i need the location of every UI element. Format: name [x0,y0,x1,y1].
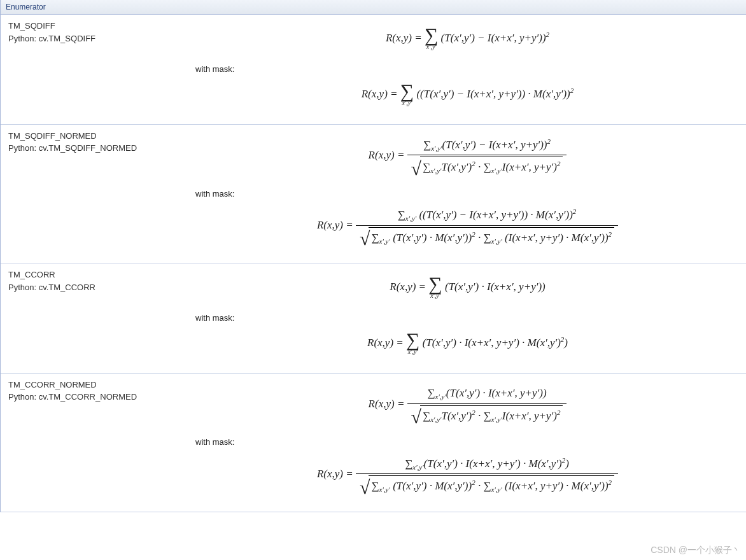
formula: R(x,y) = ∑x′,y′(T(x′,y′) − I(x+x′, y+y′)… [195,136,740,176]
formula-mask: R(x,y) = ∑x′,y′(T(x′,y′) · I(x+x′, y+y′)… [195,455,740,495]
enum-label-cell: TM_CCORR Python: cv.TM_CCORR [1,263,189,373]
table-row: TM_SQDIFF_NORMED Python: cv.TM_SQDIFF_NO… [1,125,746,264]
formula-mask: R(x,y) = ∑x′,y′ (T(x′,y′) · I(x+x′, y+y′… [195,331,740,356]
enum-label-cell: TM_SQDIFF Python: cv.TM_SQDIFF [1,15,189,124]
with-mask-label: with mask: [195,63,740,76]
table-row: TM_CCORR_NORMED Python: cv.TM_CCORR_NORM… [1,374,746,512]
formula: R(x,y) = ∑x′,y′ (T(x′,y′) − I(x+x′, y+y′… [195,26,740,52]
table-header: Enumerator [1,0,746,15]
enum-label-cell: TM_SQDIFF_NORMED Python: cv.TM_SQDIFF_NO… [1,125,189,263]
enum-description-cell: R(x,y) = ∑x′,y′ (T(x′,y′) · I(x+x′, y+y′… [189,263,746,373]
enum-python: Python: cv.TM_SQDIFF [8,32,181,45]
enum-python: Python: cv.TM_SQDIFF_NORMED [8,142,181,155]
enumerator-table: Enumerator TM_SQDIFF Python: cv.TM_SQDIF… [0,0,746,512]
enum-name: TM_CCORR_NORMED [8,379,181,391]
formula: R(x,y) = ∑x′,y′ (T(x′,y′) · I(x+x′, y+y′… [195,275,740,300]
enum-python: Python: cv.TM_CCORR [8,281,181,294]
with-mask-label: with mask: [195,436,740,449]
enum-description-cell: R(x,y) = ∑x′,y′(T(x′,y′) · I(x+x′, y+y′)… [189,374,746,512]
formula-mask: R(x,y) = ∑x′,y′ ((T(x′,y′) − I(x+x′, y+y… [195,206,740,246]
with-mask-label: with mask: [195,312,740,325]
with-mask-label: with mask: [195,188,740,200]
formula-mask: R(x,y) = ∑x′,y′ ((T(x′,y′) − I(x+x′, y+y… [195,82,740,108]
enum-label-cell: TM_CCORR_NORMED Python: cv.TM_CCORR_NORM… [1,374,189,512]
enum-description-cell: R(x,y) = ∑x′,y′ (T(x′,y′) − I(x+x′, y+y′… [189,15,746,124]
table-row: TM_CCORR Python: cv.TM_CCORR R(x,y) = ∑x… [1,263,746,374]
enum-python: Python: cv.TM_CCORR_NORMED [8,391,181,403]
enum-description-cell: R(x,y) = ∑x′,y′(T(x′,y′) − I(x+x′, y+y′)… [189,125,746,263]
table-row: TM_SQDIFF Python: cv.TM_SQDIFF R(x,y) = … [1,15,746,125]
enum-name: TM_CCORR [8,269,181,281]
enum-name: TM_SQDIFF [8,20,181,32]
formula: R(x,y) = ∑x′,y′(T(x′,y′) · I(x+x′, y+y′)… [195,385,740,424]
enum-name: TM_SQDIFF_NORMED [8,130,181,143]
